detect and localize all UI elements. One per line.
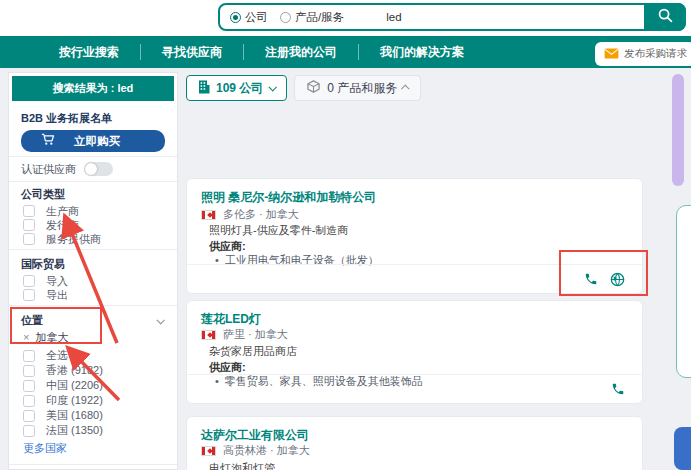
company-location: 高贵林港 · 加拿大	[223, 443, 310, 458]
package-icon	[306, 80, 321, 96]
nav-items: 按行业搜索 寻找供应商 注册我的公司 我们的解决方案	[38, 44, 485, 60]
tab-companies[interactable]: 109 公司	[186, 75, 287, 101]
search-input[interactable]: led	[386, 11, 401, 23]
company-location: 萨里 · 加拿大	[223, 327, 288, 342]
partial-side-card	[676, 205, 691, 378]
location-title-row[interactable]: 位置	[21, 314, 165, 327]
filter-select-all[interactable]: 全选	[23, 348, 165, 363]
filter-export[interactable]: 导出	[23, 288, 165, 302]
filter-manufacturer[interactable]: 生产商	[23, 204, 165, 218]
verified-supplier-row: 认证供应商	[9, 157, 177, 182]
filter-france[interactable]: 法国 (1350)	[23, 423, 165, 438]
nav-item-search-by-industry[interactable]: 按行业搜索	[38, 44, 141, 60]
company-location-row: 多伦多 · 加拿大	[201, 207, 299, 222]
location-title: 位置	[21, 313, 43, 328]
tab-companies-label: 109 公司	[216, 80, 263, 97]
export-checkbox[interactable]	[23, 289, 35, 301]
select-all-label: 全选	[46, 348, 68, 363]
company-card: 照明 桑尼尔-纳尔逊和加勒特公司 多伦多 · 加拿大 照明灯具-供应及零件-制造…	[186, 178, 643, 294]
distributor-label: 发行商	[46, 218, 79, 233]
supplier-label: 供应商:	[209, 360, 246, 375]
export-label: 导出	[46, 288, 68, 303]
company-location: 多伦多 · 加拿大	[223, 207, 299, 222]
company-radio-label[interactable]: 公司	[245, 10, 268, 25]
china-checkbox[interactable]	[23, 380, 35, 392]
product-radio[interactable]	[280, 12, 291, 23]
filter-import[interactable]: 导入	[23, 274, 165, 288]
supplier-label: 供应商:	[209, 239, 246, 254]
search-bar: 公司 产品/服务 led	[218, 3, 686, 31]
france-checkbox[interactable]	[23, 425, 35, 437]
scrollbar-thumb[interactable]	[672, 74, 684, 186]
nav-item-our-solutions[interactable]: 我们的解决方案	[359, 44, 485, 60]
manufacturer-label: 生产商	[46, 204, 79, 219]
nav-item-find-suppliers[interactable]: 寻找供应商	[141, 44, 244, 60]
company-location-row: 萨里 · 加拿大	[201, 327, 288, 342]
import-label: 导入	[46, 274, 68, 289]
partial-edge-widget[interactable]	[674, 427, 691, 470]
remove-filter-icon[interactable]: ×	[23, 331, 29, 343]
filter-india[interactable]: 印度 (1922)	[23, 393, 165, 408]
main-nav: 按行业搜索 寻找供应商 注册我的公司 我们的解决方案 发布采购请求	[0, 36, 691, 68]
search-button[interactable]	[644, 3, 686, 31]
top-bar: 公司 产品/服务 led	[0, 0, 691, 36]
filter-service-provider[interactable]: 服务提供商	[23, 232, 165, 246]
company-name-link[interactable]: 照明 桑尼尔-纳尔逊和加勒特公司	[201, 189, 376, 206]
company-description: 杂货家居用品商店	[209, 344, 297, 359]
verified-supplier-toggle[interactable]	[84, 162, 113, 176]
building-icon	[198, 80, 210, 97]
nav-item-register-company[interactable]: 注册我的公司	[244, 44, 359, 60]
france-label: 法国 (1350)	[46, 423, 103, 438]
toggle-knob	[85, 163, 97, 175]
select-all-checkbox[interactable]	[23, 350, 35, 362]
buy-now-label: 立即购买	[55, 134, 139, 149]
chevron-down-icon	[156, 316, 164, 324]
globe-icon[interactable]	[609, 271, 626, 288]
filter-sidebar: 搜索结果为 : led B2B 业务拓展名单 立即购买 认证供应商 公司类型 生…	[8, 72, 178, 470]
card-footer	[187, 264, 642, 293]
company-location-row: 高贵林港 · 加拿大	[201, 443, 310, 458]
b2b-list-title: B2B 业务拓展名单	[21, 111, 165, 125]
product-radio-label[interactable]: 产品/服务	[295, 10, 344, 25]
envelope-icon	[604, 45, 619, 63]
magnifier-icon	[657, 7, 674, 28]
service-provider-checkbox[interactable]	[23, 233, 35, 245]
search-results-header: 搜索结果为 : led	[12, 76, 174, 101]
company-radio[interactable]	[230, 12, 241, 23]
more-countries-link[interactable]: 更多国家	[23, 441, 165, 456]
company-name-link[interactable]: 达萨尔工业有限公司	[201, 427, 309, 444]
china-label: 中国 (2206)	[46, 378, 103, 393]
selected-location-label: 加拿大	[35, 330, 68, 345]
canada-flag-icon	[201, 330, 216, 340]
import-checkbox[interactable]	[23, 275, 35, 287]
usa-label: 美国 (1680)	[46, 408, 103, 423]
cart-icon	[41, 132, 55, 150]
filter-hongkong[interactable]: 香港 (9182)	[23, 363, 165, 378]
phone-icon[interactable]	[609, 381, 626, 398]
canada-flag-icon	[201, 210, 216, 220]
india-checkbox[interactable]	[23, 395, 35, 407]
phone-icon[interactable]	[582, 271, 599, 288]
filter-distributor[interactable]: 发行商	[23, 218, 165, 232]
card-footer	[187, 374, 642, 403]
filter-usa[interactable]: 美国 (1680)	[23, 408, 165, 423]
company-name-link[interactable]: 莲花LED灯	[201, 311, 261, 328]
filter-china[interactable]: 中国 (2206)	[23, 378, 165, 393]
company-card: 达萨尔工业有限公司 高贵林港 · 加拿大 电灯泡和灯管	[186, 416, 643, 470]
tab-products-services[interactable]: 0 产品和服务	[294, 75, 421, 101]
location-section: 位置 × 加拿大 全选 香港 (9182) 中国 (2206)	[9, 306, 177, 465]
post-sourcing-request-button[interactable]: 发布采购请求	[595, 42, 691, 66]
usa-checkbox[interactable]	[23, 410, 35, 422]
hongkong-checkbox[interactable]	[23, 365, 35, 377]
service-provider-label: 服务提供商	[46, 232, 101, 247]
company-description: 电灯泡和灯管	[209, 461, 275, 470]
tab-products-label: 0 产品和服务	[327, 80, 397, 97]
hongkong-label: 香港 (9182)	[46, 363, 103, 378]
buy-now-button[interactable]: 立即购买	[21, 130, 165, 152]
search-type-options: 公司 产品/服务	[220, 10, 352, 25]
distributor-checkbox[interactable]	[23, 219, 35, 231]
company-card: 莲花LED灯 萨里 · 加拿大 杂货家居用品商店 供应商: 零售贸易、家具、照明…	[186, 300, 643, 404]
company-description: 照明灯具-供应及零件-制造商	[209, 223, 348, 238]
manufacturer-checkbox[interactable]	[23, 205, 35, 217]
company-type-title: 公司类型	[21, 188, 165, 201]
